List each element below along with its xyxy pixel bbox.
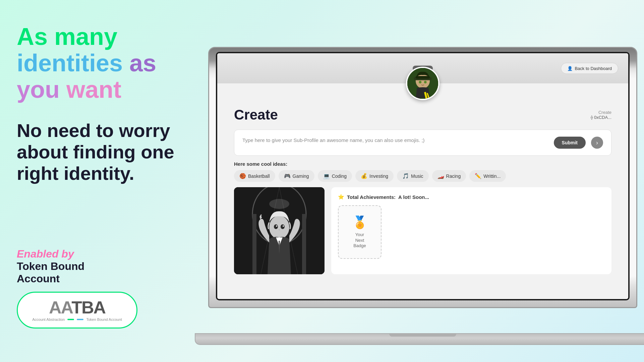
- input-text-area[interactable]: Type here to give your Sub-Profile an aw…: [242, 137, 548, 144]
- create-label-right: Create: [591, 110, 611, 115]
- chip-investing[interactable]: 💰 Investing: [355, 170, 394, 182]
- ideas-chips: 🏀 Basketball 🎮 Gaming 💻 Coding: [234, 170, 611, 182]
- enabled-section: Enabled by Token BoundAccount AATBA Acco…: [17, 248, 198, 349]
- laptop-base: [195, 333, 644, 345]
- aatba-dot-blue: [77, 319, 83, 320]
- chip-music-label: Music: [411, 173, 423, 179]
- eth-icon: ⟠: [591, 115, 593, 120]
- svg-point-13: [274, 224, 278, 229]
- create-title: Create: [234, 107, 278, 123]
- music-icon: 🎵: [402, 173, 409, 179]
- aatba-subtitle-left: Account Abstraction: [32, 317, 65, 321]
- laptop-screen: 👤 Back to Dashboard: [217, 53, 628, 299]
- lower-section: ⭐ Total Achievements: A lot! Soon... 🏅 Y…: [234, 187, 611, 274]
- svg-point-17: [269, 199, 289, 209]
- wallet-address: ⟠ 0xCDA...: [591, 115, 611, 120]
- input-area[interactable]: Type here to give your Sub-Profile an aw…: [234, 130, 611, 156]
- token-bound-label: Token BoundAccount: [17, 260, 84, 285]
- chip-writing[interactable]: ✏️ Writtin...: [469, 170, 506, 182]
- laptop-body: 👤 Back to Dashboard: [208, 47, 637, 308]
- star-icon: ⭐: [338, 194, 344, 200]
- submit-button[interactable]: Submit: [554, 137, 586, 149]
- chip-investing-label: Investing: [369, 173, 388, 179]
- enabled-by-label: Enabled by: [17, 248, 74, 260]
- achievements-total-label: Total Achievements:: [347, 194, 396, 200]
- gaming-icon: 🎮: [284, 173, 291, 179]
- aatba-subtitle: Account Abstraction Token Bound Account: [32, 317, 122, 321]
- laptop-base-notch: [389, 334, 456, 337]
- chip-racing[interactable]: 🏎️ Racing: [432, 170, 466, 182]
- create-header: Create Create ⟠ 0xCDA...: [234, 107, 611, 123]
- aatba-dot-green: [67, 319, 74, 320]
- back-button-label: Back to Dashboard: [575, 66, 612, 71]
- svg-point-12: [269, 216, 289, 239]
- chip-gaming-label: Gaming: [293, 173, 309, 179]
- laptop-container: 👤 Back to Dashboard: [208, 47, 644, 335]
- address-text: 0xCDA...: [594, 115, 611, 120]
- screen-top-bar: 👤 Back to Dashboard: [217, 53, 628, 83]
- laptop-screen-bezel: 👤 Back to Dashboard: [216, 52, 630, 300]
- user-icon: 👤: [567, 66, 573, 71]
- basketball-icon: 🏀: [239, 173, 246, 179]
- more-button[interactable]: ›: [591, 137, 603, 149]
- aatba-subtitle-right: Token Bound Account: [86, 317, 122, 321]
- badge-placeholder: 🏅 YourNextBadge: [338, 205, 382, 259]
- svg-point-14: [281, 224, 285, 229]
- profile-image-box: [234, 187, 325, 274]
- writing-icon: ✏️: [475, 173, 481, 179]
- create-right: Create ⟠ 0xCDA...: [591, 110, 611, 120]
- aatba-tba: TBA: [71, 298, 105, 317]
- svg-rect-9: [302, 214, 306, 274]
- investing-icon: 💰: [361, 173, 367, 179]
- input-placeholder: Type here to give your Sub-Profile an aw…: [242, 137, 548, 144]
- svg-rect-8: [252, 214, 256, 274]
- profile-image-inner: [234, 187, 325, 274]
- chip-writing-label: Writtin...: [483, 173, 501, 179]
- aatba-aa: AA: [49, 298, 71, 317]
- svg-rect-3: [416, 76, 430, 79]
- achievements-header: ⭐ Total Achievements: A lot! Soon...: [338, 194, 605, 200]
- medal-icon: 🏅: [352, 215, 367, 229]
- svg-point-15: [276, 225, 277, 227]
- ideas-label: Here some cool ideas:: [234, 161, 611, 167]
- badge-label: YourNextBadge: [353, 232, 366, 249]
- headline-as-many: As many: [17, 23, 117, 50]
- svg-point-5: [424, 81, 427, 83]
- screen-content: 👤 Back to Dashboard: [217, 53, 628, 299]
- headline-as: as: [129, 50, 156, 76]
- racing-icon: 🏎️: [437, 173, 444, 179]
- headline-want: want: [66, 76, 121, 103]
- aatba-badge: AATBA Account Abstraction Token Bound Ac…: [17, 292, 137, 329]
- left-section: As many identities as you want No need t…: [0, 0, 215, 362]
- chip-racing-label: Racing: [446, 173, 461, 179]
- coding-icon: 💻: [323, 173, 330, 179]
- ideas-section: Here some cool ideas: 🏀 Basketball 🎮 Gam…: [234, 161, 611, 182]
- main-headline: As many identities as you want: [17, 23, 198, 103]
- svg-point-4: [419, 81, 422, 83]
- achievements-panel: ⭐ Total Achievements: A lot! Soon... 🏅 Y…: [331, 187, 611, 274]
- chip-basketball[interactable]: 🏀 Basketball: [234, 170, 275, 182]
- chip-music[interactable]: 🎵 Music: [397, 170, 429, 182]
- headline-you: you: [17, 76, 66, 103]
- chip-coding-label: Coding: [332, 173, 347, 179]
- sub-headline: No need to worry about finding one right…: [17, 120, 198, 185]
- svg-point-16: [283, 225, 284, 227]
- chip-gaming[interactable]: 🎮 Gaming: [279, 170, 314, 182]
- back-to-dashboard-button[interactable]: 👤 Back to Dashboard: [561, 63, 618, 74]
- chip-basketball-label: Basketball: [248, 173, 270, 179]
- aatba-logo: AATBA: [49, 299, 105, 316]
- chip-coding[interactable]: 💻 Coding: [318, 170, 352, 182]
- achievements-total-value: A lot! Soon...: [398, 194, 429, 200]
- enabled-text: Enabled by Token BoundAccount: [17, 248, 198, 285]
- screen-main: Create Create ⟠ 0xCDA...: [217, 83, 628, 284]
- headline-identities: identities: [17, 50, 129, 76]
